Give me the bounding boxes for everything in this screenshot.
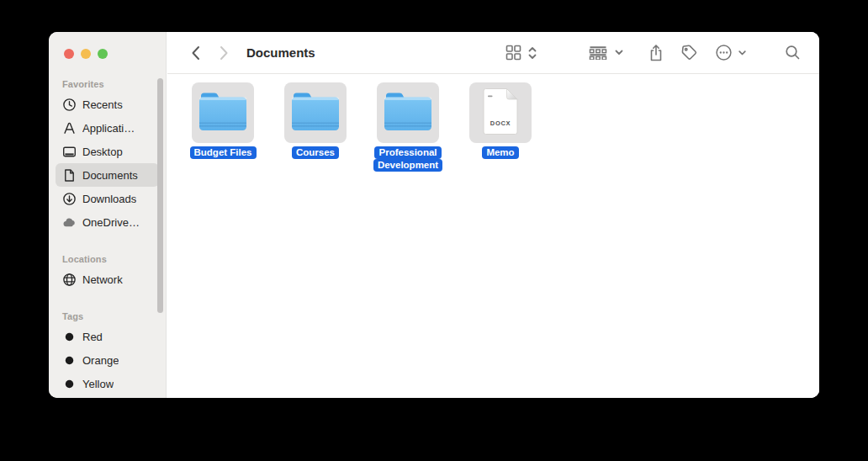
applications-icon (62, 121, 77, 135)
file-label: Budget Files (190, 146, 257, 159)
back-button[interactable] (186, 43, 204, 63)
sidebar-item-green[interactable]: Green (56, 395, 159, 398)
more-options-icon (715, 44, 733, 61)
file-label: Courses (292, 146, 339, 159)
tag-icon (680, 44, 698, 61)
sidebar-section-title: Favorites (62, 79, 166, 91)
file-name-label: Professional (374, 146, 441, 159)
file-name-label: Courses (292, 146, 339, 159)
chevron-left-icon (191, 45, 200, 61)
docx-file-icon: DOCX (481, 87, 520, 139)
sidebar-item-label: OneDrive… (82, 216, 140, 229)
sidebar-item-network[interactable]: Network (56, 268, 159, 291)
group-by-icon (589, 46, 607, 60)
sidebar-item-recents[interactable]: Recents (56, 93, 159, 116)
group-by-button[interactable] (589, 46, 623, 60)
sidebar-item-desktop[interactable]: Desktop (56, 140, 159, 163)
tag-dot-icon (62, 353, 77, 368)
share-button[interactable] (648, 44, 664, 62)
download-icon (62, 192, 77, 206)
sidebar-item-applicati[interactable]: Applicati… (56, 116, 159, 140)
sidebar-item-label: Recents (82, 98, 123, 111)
cloud-icon (62, 215, 77, 230)
finder-window: Favorites Recents Applicati… Desktop Doc… (49, 32, 819, 398)
sidebar-item-red[interactable]: Red (56, 325, 159, 348)
forward-button[interactable] (214, 43, 233, 63)
document-icon (62, 168, 77, 183)
sidebar-section: Tags Red Orange Yellow Green (49, 311, 166, 398)
search-button[interactable] (785, 45, 801, 61)
file-name-label: Budget Files (190, 146, 257, 159)
file-icon-selection-tile (192, 82, 254, 143)
view-toggle-arrows-icon (528, 46, 537, 60)
sidebar: Favorites Recents Applicati… Desktop Doc… (49, 32, 167, 398)
sidebar-item-yellow[interactable]: Yellow (56, 372, 159, 395)
sidebar-item-label: Orange (82, 354, 119, 367)
more-options-button[interactable] (715, 44, 746, 61)
close-button[interactable] (64, 49, 74, 59)
globe-icon (62, 273, 77, 287)
sidebar-item-label: Documents (82, 169, 138, 182)
file-icon-selection-tile: DOCX (469, 82, 532, 143)
window-title: Documents (246, 45, 315, 60)
toolbar: Documents (167, 32, 819, 74)
file-item-courses[interactable]: Courses (284, 82, 347, 159)
grid-view-icon (505, 45, 521, 61)
sidebar-item-onedrive[interactable]: OneDrive… (56, 210, 159, 234)
desktop-icon (62, 145, 77, 159)
tag-dot-icon (62, 330, 77, 344)
sidebar-item-label: Applicati… (82, 122, 135, 135)
chevron-right-icon (220, 45, 229, 61)
clock-icon (62, 98, 77, 112)
file-icon-selection-tile (284, 82, 347, 143)
zoom-button[interactable] (98, 49, 108, 59)
folder-icon (291, 92, 340, 135)
sidebar-section-title: Locations (62, 254, 166, 266)
sidebar-section-title: Tags (62, 311, 166, 323)
sidebar-item-orange[interactable]: Orange (56, 348, 159, 372)
file-name-label: Memo (482, 146, 518, 159)
svg-text:DOCX: DOCX (490, 119, 511, 127)
main-pane: Documents (167, 32, 819, 398)
tag-dot-icon (62, 377, 77, 391)
file-label: Memo (482, 146, 518, 159)
file-browser-content: Budget Files Courses ProfessionalDevelop… (167, 74, 819, 398)
sidebar-item-label: Network (82, 273, 123, 286)
folder-icon (384, 92, 432, 135)
tags-button[interactable] (680, 44, 698, 61)
sidebar-section: Favorites Recents Applicati… Desktop Doc… (49, 79, 166, 234)
traffic-lights (49, 32, 166, 59)
folder-icon (198, 92, 247, 135)
file-name-label: Development (373, 159, 442, 172)
file-item-memo[interactable]: DOCX Memo (469, 82, 532, 159)
search-icon (785, 45, 801, 61)
sidebar-item-label: Desktop (82, 146, 123, 158)
file-icon-selection-tile (377, 82, 439, 143)
file-item-professional-development[interactable]: ProfessionalDevelopment (377, 82, 439, 172)
sidebar-section: Locations Network (49, 254, 166, 291)
sidebar-item-downloads[interactable]: Downloads (56, 187, 159, 210)
file-label: ProfessionalDevelopment (373, 146, 442, 172)
file-item-budget-files[interactable]: Budget Files (192, 82, 254, 159)
sidebar-item-label: Yellow (82, 378, 114, 390)
sidebar-scrollbar[interactable] (157, 78, 163, 313)
share-icon (648, 44, 664, 62)
chevron-down-icon (738, 50, 746, 56)
sidebar-item-label: Downloads (82, 193, 136, 205)
sidebar-item-label: Red (82, 331, 103, 343)
sidebar-item-documents[interactable]: Documents (56, 163, 159, 187)
chevron-down-icon (615, 50, 623, 56)
minimize-button[interactable] (81, 49, 91, 59)
view-selector-button[interactable] (505, 45, 537, 61)
